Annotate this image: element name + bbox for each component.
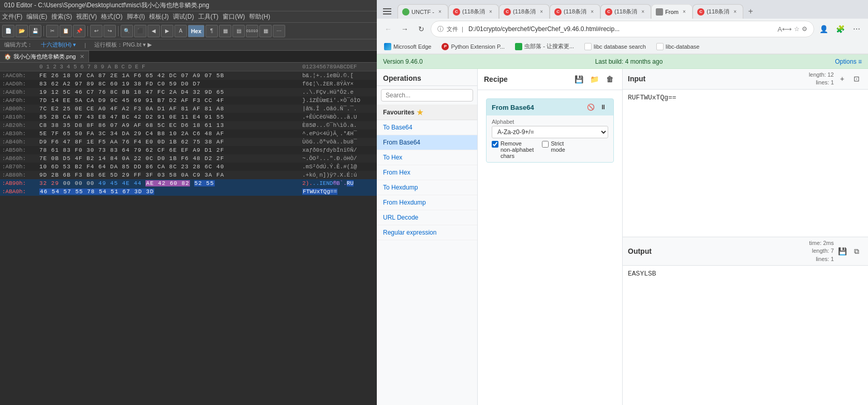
cyberchef-options[interactable]: Options ≡ — [835, 58, 862, 65]
hex-mode-select[interactable]: 十六进制(H) ▾ — [41, 41, 76, 49]
toolbar-grid3[interactable]: 01010 — [246, 25, 258, 37]
refresh-button[interactable]: ↻ — [414, 22, 429, 36]
sidebar-toggle[interactable] — [377, 4, 398, 19]
toolbar-more[interactable]: ⋯ — [273, 25, 285, 37]
ops-item-to-hexdump[interactable]: To Hexdump — [377, 180, 477, 195]
toolbar-pilcrow[interactable]: ¶ — [205, 25, 218, 37]
cc5-tab-icon: C — [697, 8, 704, 16]
bookmark-edge[interactable]: Microsoft Edge — [381, 42, 434, 51]
menu-window[interactable]: 窗口(W) — [223, 12, 245, 21]
output-copy-button[interactable]: ⧉ — [850, 245, 863, 257]
input-add-button[interactable]: + — [836, 73, 848, 85]
extensions-icon[interactable]: 🧩 — [833, 22, 847, 36]
menu-script[interactable]: 脚本(I) — [127, 12, 145, 21]
strict-mode-label: Strictmode — [551, 140, 565, 153]
ops-item-to-base64[interactable]: To Base64 — [377, 120, 477, 135]
toolbar-grid1[interactable]: ▦ — [219, 25, 231, 37]
browser-tab-cc2[interactable]: C (118条消 × — [499, 4, 550, 19]
input-expand-button[interactable]: ⊡ — [850, 73, 863, 85]
ops-item-url-decode[interactable]: URL Decode — [377, 210, 477, 225]
bookmark-chong[interactable]: 虫部落 - 让搜索更... — [512, 41, 577, 51]
toolbar-b1[interactable]: ⬛ — [134, 25, 146, 37]
editor-tab-main[interactable]: 🏠 我小心海也绝非鳞类.png ✕ — [0, 51, 89, 62]
alphabet-select[interactable]: A-Za-z0-9+/= — [492, 126, 608, 138]
menu-view[interactable]: 视图(V) — [76, 12, 97, 21]
menu-search[interactable]: 搜索(S) — [51, 12, 72, 21]
toolbar-b3[interactable]: ▶ — [161, 25, 173, 37]
bookmark-python[interactable]: P Python Extension P... — [438, 42, 508, 51]
toolbar-find[interactable]: 🔍 — [121, 25, 133, 37]
bookmark-libc-db[interactable]: libc-database — [653, 42, 702, 51]
toolbar-copy[interactable]: 📋 — [60, 25, 72, 37]
bookmark-libc-search[interactable]: libc database search — [581, 42, 649, 51]
browser-bookmarks: Microsoft Edge P Python Extension P... 虫… — [377, 39, 868, 54]
cc2-tab-icon: C — [504, 8, 511, 16]
browser-tab-from-close[interactable]: × — [681, 8, 688, 16]
bookmark-chong-label: 虫部落 - 让搜索更... — [524, 42, 574, 50]
menu-tools[interactable]: 工具(T) — [198, 12, 218, 21]
recipe-load-button[interactable]: 📁 — [588, 73, 600, 85]
toolbar-grid4[interactable]: ▦ — [259, 25, 272, 37]
recipe-pause-button[interactable]: ⏸ — [598, 102, 608, 112]
profile-icon[interactable]: 👤 — [816, 22, 831, 36]
recipe-save-button[interactable]: 💾 — [572, 73, 585, 85]
hex-rows[interactable]: :AAC0h:FE 26 18 97 CA 87 2E 1A F6 65 42 … — [0, 71, 377, 405]
toolbar-cut[interactable]: ✂ — [46, 25, 58, 37]
toolbar-hex[interactable]: Hex — [188, 25, 204, 37]
ops-item-to-hex[interactable]: To Hex — [377, 150, 477, 165]
recipe-disable-button[interactable]: 🚫 — [585, 102, 596, 112]
editor-tab-close[interactable]: ✕ — [80, 53, 84, 60]
remove-nonalpha-checkbox[interactable] — [492, 141, 498, 148]
menu-edit[interactable]: 编辑(E) — [26, 12, 47, 21]
menu-debug[interactable]: 调试(D) — [173, 12, 194, 21]
browser-tab-from[interactable]: From × — [651, 4, 693, 19]
browser-tab-cc3[interactable]: C (118条消 × — [550, 4, 600, 19]
browser-tab-cc5[interactable]: C (118条消 × — [693, 4, 743, 19]
toolbar-paste[interactable]: 📌 — [73, 25, 85, 37]
toolbar-undo[interactable]: ↩ — [90, 25, 102, 37]
from-tab-icon — [656, 8, 663, 16]
menu-file[interactable]: 文件(F) — [2, 12, 22, 21]
address-bar[interactable]: ⓘ 文件 ｜ D:/01crypto/cyberchef/CyberChef_v… — [431, 21, 814, 37]
back-button[interactable]: ← — [381, 22, 395, 36]
toolbar-save[interactable]: 💾 — [29, 25, 41, 37]
forward-button[interactable]: → — [398, 22, 412, 36]
browser-tab-cc4[interactable]: C (118条消 × — [600, 4, 651, 19]
toolbar-grid2[interactable]: ▤ — [232, 25, 245, 37]
browser-tab-cc5-close[interactable]: × — [731, 8, 739, 16]
browser-tab-cc1-label: (118条消 — [462, 8, 485, 16]
more-menu-button[interactable]: ⋯ — [849, 22, 864, 36]
bookmark-star-icon[interactable]: ☆ — [794, 25, 800, 33]
menu-format[interactable]: 格式(O) — [101, 12, 122, 21]
operations-search-area — [377, 86, 477, 105]
settings-icon[interactable]: ⚙ — [802, 25, 807, 33]
menu-template[interactable]: 模板(J) — [149, 12, 169, 21]
input-content[interactable]: RUFTWUxTQg== — [623, 90, 868, 237]
toolbar-open[interactable]: 📂 — [16, 25, 28, 37]
browser-tab-unctf-close[interactable]: × — [436, 8, 444, 16]
browser-tab-cc1-close[interactable]: × — [487, 8, 494, 16]
menu-help[interactable]: 帮助(H) — [249, 12, 270, 21]
recipe-clear-button[interactable]: 🗑 — [604, 73, 616, 85]
operations-search-input[interactable] — [381, 89, 473, 102]
ops-item-from-hex[interactable]: From Hex — [377, 165, 477, 180]
ops-item-regex[interactable]: Regular expression — [377, 225, 477, 240]
browser-tab-cc3-label: (118条消 — [564, 8, 586, 16]
ops-item-from-base64[interactable]: From Base64 — [377, 135, 477, 150]
browser-tab-unctf[interactable]: UNCTF - × — [398, 4, 448, 19]
new-tab-button[interactable]: + — [743, 4, 758, 19]
editor-statusbar: 编辑方式： 十六进制(H) ▾ | 运行模板：PNG.bt ▾ ▶ — [0, 39, 377, 51]
toolbar-sep3 — [118, 26, 119, 36]
browser-tab-cc2-close[interactable]: × — [538, 8, 545, 16]
toolbar-new[interactable]: 📄 — [2, 25, 14, 37]
ops-item-from-hexdump[interactable]: From Hexdump — [377, 195, 477, 210]
browser-tab-cc3-close[interactable]: × — [589, 8, 596, 16]
translate-icon[interactable]: A⟷ — [777, 25, 792, 33]
output-save-button[interactable]: 💾 — [836, 245, 848, 257]
toolbar-b2[interactable]: ◀ — [148, 25, 160, 37]
browser-tab-cc4-close[interactable]: × — [639, 8, 646, 16]
browser-tab-cc1[interactable]: C (118条消 × — [448, 4, 499, 19]
toolbar-redo[interactable]: ↪ — [104, 25, 116, 37]
strict-mode-checkbox[interactable] — [542, 141, 549, 148]
toolbar-b4[interactable]: A — [174, 25, 187, 37]
